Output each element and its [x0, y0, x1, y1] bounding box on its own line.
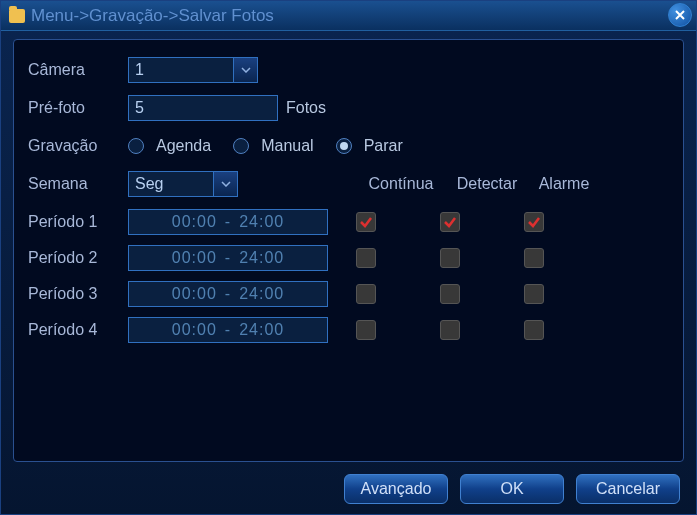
period2-continuous-checkbox[interactable] [356, 248, 376, 268]
prephoto-label: Pré-foto [28, 99, 128, 117]
radio-manual-label: Manual [261, 137, 313, 155]
photos-suffix: Fotos [286, 99, 326, 117]
period2-label: Período 2 [28, 249, 128, 267]
button-bar: Avançado OK Cancelar [344, 474, 680, 504]
period1-start: 00:00 [172, 213, 217, 231]
period4-alarm-checkbox[interactable] [524, 320, 544, 340]
week-select[interactable]: Seg [128, 171, 238, 197]
period2-start: 00:00 [172, 249, 217, 267]
camera-value: 1 [135, 61, 144, 79]
period1-alarm-checkbox[interactable] [524, 212, 544, 232]
radio-schedule-label: Agenda [156, 137, 211, 155]
period3-continuous-checkbox[interactable] [356, 284, 376, 304]
radio-manual[interactable] [233, 138, 249, 154]
prephoto-value: 5 [135, 99, 144, 117]
period3-end: 24:00 [239, 285, 284, 303]
period2-alarm-checkbox[interactable] [524, 248, 544, 268]
camera-select[interactable]: 1 [128, 57, 258, 83]
period4-start: 00:00 [172, 321, 217, 339]
period4-continuous-checkbox[interactable] [356, 320, 376, 340]
period1-sep: - [225, 213, 231, 231]
period3-label: Período 3 [28, 285, 128, 303]
period3-sep: - [225, 285, 231, 303]
period4-sep: - [225, 321, 231, 339]
breadcrumb: Menu->Gravação->Salvar Fotos [31, 6, 274, 26]
week-label: Semana [28, 175, 128, 193]
ok-button[interactable]: OK [460, 474, 564, 504]
period3-start: 00:00 [172, 285, 217, 303]
period3-detect-checkbox[interactable] [440, 284, 460, 304]
period1-time-input[interactable]: 00:00 - 24:00 [128, 209, 328, 235]
advanced-button[interactable]: Avançado [344, 474, 448, 504]
chevron-down-icon [233, 58, 257, 82]
col-continuous: Contínua [362, 175, 440, 193]
window: Menu->Gravação->Salvar Fotos Câmera 1 Pr… [0, 0, 697, 515]
close-icon [675, 10, 685, 20]
period1-continuous-checkbox[interactable] [356, 212, 376, 232]
folder-icon [9, 9, 25, 23]
col-detect: Detectar [450, 175, 524, 193]
close-button[interactable] [668, 3, 692, 27]
recording-label: Gravação [28, 137, 128, 155]
period2-sep: - [225, 249, 231, 267]
period2-end: 24:00 [239, 249, 284, 267]
camera-label: Câmera [28, 61, 128, 79]
content-panel: Câmera 1 Pré-foto 5 Fotos Gravação [13, 39, 684, 462]
period4-time-input[interactable]: 00:00 - 24:00 [128, 317, 328, 343]
week-value: Seg [135, 175, 163, 193]
chevron-down-icon [213, 172, 237, 196]
radio-schedule[interactable] [128, 138, 144, 154]
period1-label: Período 1 [28, 213, 128, 231]
period2-detect-checkbox[interactable] [440, 248, 460, 268]
period1-detect-checkbox[interactable] [440, 212, 460, 232]
radio-stop-label: Parar [364, 137, 403, 155]
period4-detect-checkbox[interactable] [440, 320, 460, 340]
titlebar: Menu->Gravação->Salvar Fotos [1, 1, 696, 31]
radio-stop[interactable] [336, 138, 352, 154]
period2-time-input[interactable]: 00:00 - 24:00 [128, 245, 328, 271]
period4-label: Período 4 [28, 321, 128, 339]
cancel-button[interactable]: Cancelar [576, 474, 680, 504]
period3-alarm-checkbox[interactable] [524, 284, 544, 304]
col-alarm: Alarme [534, 175, 594, 193]
period3-time-input[interactable]: 00:00 - 24:00 [128, 281, 328, 307]
period1-end: 24:00 [239, 213, 284, 231]
period4-end: 24:00 [239, 321, 284, 339]
prephoto-input[interactable]: 5 [128, 95, 278, 121]
